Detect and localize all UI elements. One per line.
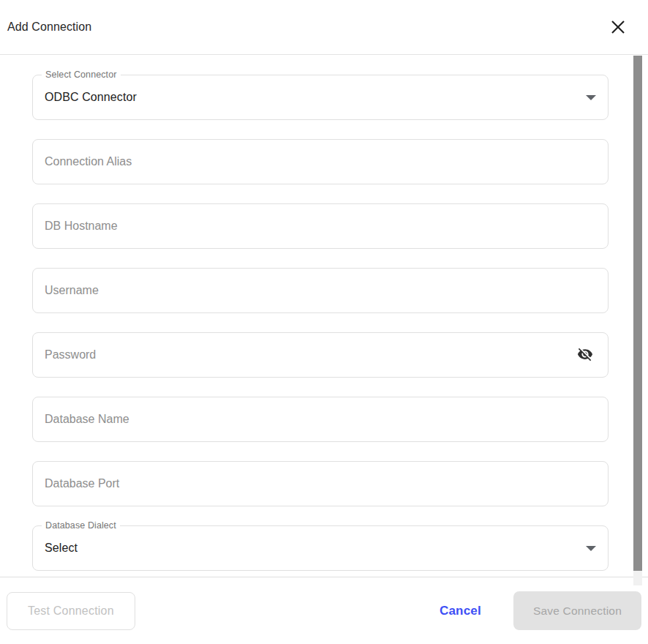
database-name-field xyxy=(32,397,609,442)
dialog-header: Add Connection xyxy=(0,0,648,55)
db-hostname-input[interactable] xyxy=(33,204,608,248)
database-name-input[interactable] xyxy=(33,397,608,441)
chevron-down-icon xyxy=(586,95,596,100)
database-port-input[interactable] xyxy=(33,462,608,506)
close-icon xyxy=(609,18,628,37)
add-connection-dialog: Add Connection Select Connector ODBC Con… xyxy=(0,0,648,644)
dialog-title: Add Connection xyxy=(7,20,91,34)
password-field xyxy=(32,332,609,378)
db-hostname-field xyxy=(32,203,609,249)
cancel-button[interactable]: Cancel xyxy=(437,599,484,623)
database-port-field xyxy=(32,461,609,506)
username-field xyxy=(32,268,609,313)
username-input[interactable] xyxy=(33,269,608,312)
visibility-off-icon xyxy=(577,346,593,364)
connection-alias-input[interactable] xyxy=(33,140,608,184)
scrollbar-track[interactable] xyxy=(633,56,642,585)
password-input[interactable] xyxy=(33,333,608,377)
close-button[interactable] xyxy=(607,16,629,38)
toggle-password-visibility-button[interactable] xyxy=(573,342,598,367)
chevron-down-icon xyxy=(586,546,596,551)
scrollbar-thumb[interactable] xyxy=(633,56,642,571)
database-dialect-value: Select xyxy=(45,526,78,570)
select-connector-value: ODBC Connector xyxy=(45,75,137,119)
connection-alias-field xyxy=(32,139,609,184)
select-connector-dropdown[interactable]: Select Connector ODBC Connector xyxy=(32,75,609,120)
dialog-body: Select Connector ODBC Connector xyxy=(0,55,648,577)
dialog-footer: Test Connection Cancel Save Connection xyxy=(0,577,648,644)
save-connection-button[interactable]: Save Connection xyxy=(513,591,641,630)
test-connection-button[interactable]: Test Connection xyxy=(7,592,135,630)
database-dialect-dropdown[interactable]: Database Dialect Select xyxy=(32,525,609,571)
